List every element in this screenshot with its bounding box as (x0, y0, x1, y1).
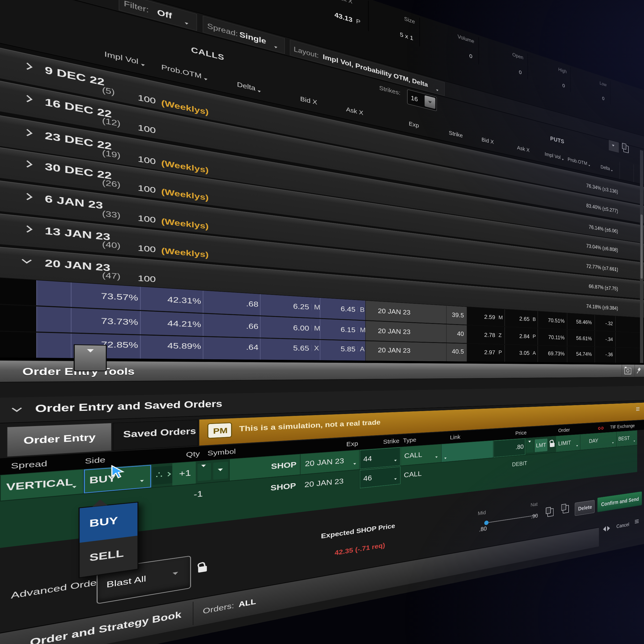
put-bid[interactable]: 2.59 (484, 314, 495, 320)
price-lock-icon[interactable] (550, 443, 554, 447)
leg2-strike-value: 46 (363, 474, 372, 482)
call-impl-vol[interactable]: 73.57% (101, 292, 138, 302)
expiration-expected-move: 76.34% (±3.136) (586, 183, 618, 194)
put-bid[interactable]: 2.97 (484, 349, 495, 355)
put-prob-otm[interactable]: 56.61% (576, 335, 592, 341)
duplicate-order-icon[interactable] (563, 505, 569, 514)
list-menu-icon[interactable] (635, 519, 639, 524)
row-exp: 20 JAN 23 (378, 347, 410, 354)
put-bid[interactable]: 2.78 (484, 332, 495, 338)
call-header-delta[interactable]: Delta (237, 81, 255, 92)
expiration-expected-move: 66.87% (±7.75) (589, 284, 618, 291)
price-value: .80 (515, 443, 524, 450)
put-delta[interactable]: -.34 (605, 336, 613, 342)
put-delta[interactable]: -.32 (605, 321, 613, 326)
link-caret-icon (444, 458, 447, 459)
spread-caret-icon (72, 486, 76, 488)
slider-mid-label: Mid (478, 510, 486, 516)
expand-chevron-icon[interactable] (22, 193, 32, 200)
put-header-impl-vol[interactable]: Impl Vol (545, 151, 561, 160)
tif-value: DAY (589, 438, 598, 444)
leg2-type-value[interactable]: CALL (404, 470, 422, 478)
call-ask-exchange: B (358, 306, 365, 313)
row-strike[interactable]: 40 (457, 331, 464, 337)
scrollbar-thumb[interactable] (641, 214, 643, 279)
call-prob-otm[interactable]: 42.31% (167, 295, 201, 305)
header-exp[interactable]: Exp (409, 121, 419, 129)
price-input[interactable]: .80 (493, 438, 525, 458)
row-strike[interactable]: 40.5 (452, 348, 464, 355)
qty-cell[interactable]: +1 (172, 462, 196, 485)
call-prob-otm[interactable]: 45.89% (167, 342, 201, 350)
call-impl-vol[interactable]: 73.73% (101, 317, 138, 326)
copy-order-icon[interactable] (547, 508, 554, 517)
expand-chevron-icon[interactable] (22, 129, 32, 136)
put-bid-exchange: P (497, 350, 502, 355)
put-prob-otm[interactable]: 54.74% (576, 351, 592, 357)
expiration-date: 23 DEC 22 (45, 130, 112, 151)
leg2-qty-value[interactable]: -1 (194, 489, 203, 499)
panel-collapse-tab[interactable] (74, 344, 107, 371)
expiration-days: (47) (102, 271, 120, 280)
row-strike[interactable]: 39.5 (452, 312, 464, 318)
camera-icon[interactable] (624, 368, 631, 374)
header-strike[interactable]: Strike (449, 130, 463, 138)
call-header-prob-otm[interactable]: Prob.OTM (161, 64, 202, 80)
qty-stepper[interactable] (197, 463, 211, 481)
put-header-delta[interactable]: Delta (601, 164, 610, 171)
order-type-cell[interactable]: LIMIT (556, 434, 580, 452)
call-ask[interactable]: 5.85 (341, 345, 355, 352)
price-stepper[interactable] (526, 440, 534, 453)
call-header-ask-x[interactable]: Ask X (346, 106, 363, 116)
exchange-value: BEST (618, 435, 630, 441)
qty-dropdown-button[interactable] (213, 462, 228, 480)
pop-out-icon[interactable] (623, 145, 629, 153)
call-ask[interactable]: 6.15 (341, 326, 355, 333)
strikes-label: Strikes: (379, 85, 400, 96)
call-bid[interactable]: 6.25 (293, 303, 309, 311)
price-unit-value: LMT (536, 442, 546, 448)
header-strike: Strike (383, 438, 400, 445)
collapse-chevron-icon[interactable] (22, 257, 32, 264)
call-bid[interactable]: 5.65 (293, 345, 309, 352)
put-header-ask-x[interactable]: Ask X (517, 145, 529, 153)
expand-chevron-icon[interactable] (22, 95, 32, 102)
expand-chevron-icon[interactable] (22, 63, 32, 70)
call-delta[interactable]: .66 (246, 322, 258, 330)
dropdown-sell-label: SELL (89, 548, 124, 563)
strategy-chip[interactable]: ∴ (152, 466, 172, 485)
expand-chevron-icon[interactable] (22, 160, 32, 167)
put-header-prob-otm[interactable]: Prob.OTM (568, 157, 587, 166)
put-ask[interactable]: 3.05 (519, 350, 529, 356)
call-ask-exchange: A (358, 346, 365, 352)
price-unit-chip[interactable]: LMT (535, 438, 547, 452)
call-bid-exchange: X (312, 345, 319, 352)
put-impl-vol[interactable]: 70.51% (548, 317, 565, 324)
put-delta[interactable]: -.36 (605, 352, 613, 357)
put-impl-vol[interactable]: 70.11% (548, 334, 565, 340)
put-ask-exchange: B (531, 316, 536, 322)
put-ask[interactable]: 2.84 (519, 333, 529, 339)
sliders-icon[interactable] (636, 407, 639, 412)
call-delta[interactable]: .68 (246, 300, 258, 308)
call-delta[interactable]: .64 (246, 343, 258, 351)
call-prob-otm[interactable]: 44.21% (167, 319, 201, 328)
call-ask[interactable]: 6.45 (341, 305, 355, 313)
put-ask[interactable]: 2.65 (519, 316, 529, 322)
stepper-icon (201, 467, 207, 471)
advanced-order-value: Blast All (107, 574, 146, 589)
pin-icon[interactable] (636, 368, 642, 374)
expand-chevron-icon[interactable] (22, 225, 32, 232)
call-bid[interactable]: 6.00 (293, 324, 309, 332)
put-impl-vol[interactable]: 69.73% (548, 351, 565, 356)
strikes-dropdown-button[interactable] (425, 95, 435, 109)
put-prob-otm[interactable]: 58.46% (576, 319, 592, 325)
resize-handle-icon[interactable] (603, 524, 611, 533)
call-header-bid-x[interactable]: Bid X (300, 96, 317, 105)
tab-saved-orders[interactable]: Saved Orders (113, 420, 198, 451)
put-header-bid-x[interactable]: Bid X (482, 137, 494, 145)
chain-scrollbar[interactable] (640, 150, 643, 363)
orders-filter-value[interactable]: ALL (239, 598, 256, 608)
call-header-impl-vol[interactable]: Impl Vol (104, 50, 138, 65)
exchange-cell[interactable]: BEST (616, 430, 637, 447)
